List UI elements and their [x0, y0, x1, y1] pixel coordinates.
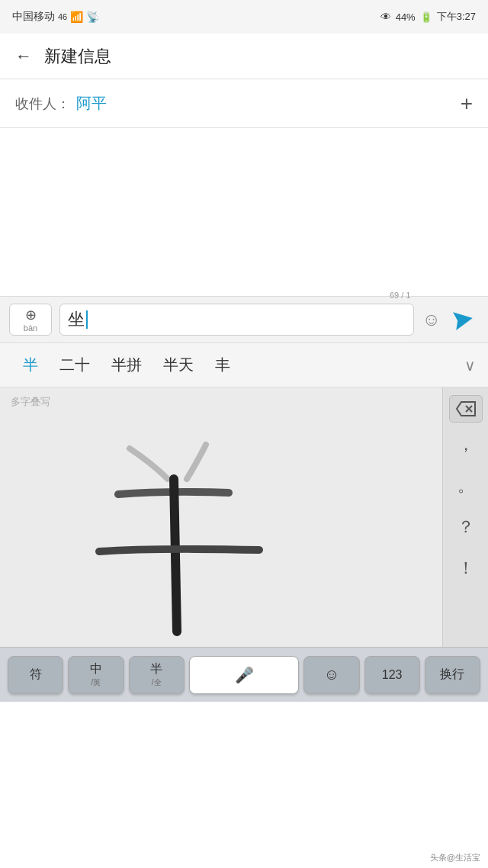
key-enter-label: 换行	[440, 667, 464, 683]
suggestion-item-2[interactable]: 半拼	[101, 350, 152, 380]
svg-marker-0	[453, 309, 474, 330]
punct-exclaim[interactable]: ！	[443, 549, 488, 587]
key-emoji-icon: ☺	[324, 666, 339, 683]
message-input[interactable]: 69 / 1 坐	[59, 304, 414, 336]
key-halfwidth[interactable]: 半 /全	[129, 656, 185, 694]
handwriting-canvas[interactable]: 多字叠写	[0, 387, 442, 647]
handwriting-area: 多字叠写 ， 。 ？ ！	[0, 387, 488, 647]
key-halfwidth-sub: /全	[152, 677, 162, 688]
battery-percent: 44%	[396, 11, 416, 23]
watermark: 头条@生活宝	[430, 852, 480, 863]
handwriting-icon: ⊕	[25, 307, 37, 323]
suggestion-item-1[interactable]: 二十	[49, 350, 101, 380]
status-bar: 中国移动 46 📶 📡 👁 44% 🔋 下午3:27	[0, 0, 488, 34]
punct-question[interactable]: ？	[443, 508, 488, 546]
suggestion-bar: 半 二十 半拼 半天 丰 ∨	[0, 343, 488, 387]
carrier-label: 中国移动	[12, 10, 55, 24]
hw-sidebar: ， 。 ？ ！	[442, 387, 488, 647]
key-123[interactable]: 123	[364, 656, 420, 694]
clock: 下午3:27	[437, 10, 476, 24]
recipient-name: 阿平	[76, 93, 461, 114]
key-halfwidth-main: 半	[150, 661, 162, 677]
char-count: 69 / 1	[390, 291, 411, 300]
wifi-icon: 📡	[86, 11, 99, 23]
send-icon	[450, 306, 477, 333]
header: ← 新建信息	[0, 34, 488, 79]
status-right: 👁 44% 🔋 下午3:27	[380, 10, 476, 24]
suggestion-item-4[interactable]: 丰	[204, 350, 241, 380]
handwriting-strokes	[0, 387, 442, 647]
key-lang-main: 中	[90, 661, 102, 677]
signal-level: 46	[58, 12, 67, 21]
suggestion-item-3[interactable]: 半天	[152, 350, 204, 380]
input-bar: ⊕ bàn 69 / 1 坐 ☺	[0, 296, 488, 343]
add-recipient-button[interactable]: +	[461, 92, 473, 116]
key-symbol[interactable]: 符	[8, 656, 63, 694]
key-lang[interactable]: 中 /英	[68, 656, 124, 694]
battery-icon: 🔋	[420, 11, 432, 23]
handwriting-toggle-button[interactable]: ⊕ bàn	[9, 304, 52, 336]
backspace-icon	[455, 400, 477, 417]
delete-button[interactable]	[449, 395, 483, 423]
message-area[interactable]	[0, 128, 488, 296]
emoji-button[interactable]: ☺	[422, 309, 441, 330]
key-lang-sub: /英	[91, 677, 101, 688]
key-enter[interactable]: 换行	[425, 656, 480, 694]
recipient-label: 收件人：	[15, 95, 70, 113]
send-button[interactable]	[448, 304, 479, 335]
key-symbol-label: 符	[30, 667, 42, 683]
input-cursor	[86, 310, 88, 329]
key-123-label: 123	[382, 668, 403, 682]
signal-icon: 📶	[70, 11, 83, 23]
punct-period[interactable]: 。	[443, 467, 488, 505]
key-emoji[interactable]: ☺	[303, 656, 359, 694]
page-title: 新建信息	[44, 45, 111, 68]
eye-icon: 👁	[380, 11, 391, 23]
suggestion-item-0[interactable]: 半	[12, 350, 49, 380]
punct-comma[interactable]: ，	[443, 426, 488, 464]
keyboard-bottom: 符 中 /英 半 /全 🎤 ☺ 123 换行	[0, 647, 488, 702]
handwriting-label: bàn	[24, 323, 37, 333]
mic-icon: 🎤	[235, 666, 254, 684]
input-text: 坐	[68, 308, 85, 331]
status-left: 中国移动 46 📶 📡	[12, 10, 99, 24]
recipient-row: 收件人： 阿平 +	[0, 79, 488, 128]
back-button[interactable]: ←	[15, 47, 32, 66]
expand-suggestions-button[interactable]: ∨	[464, 356, 476, 375]
svg-marker-1	[457, 402, 475, 416]
space-key[interactable]: 🎤	[189, 656, 300, 694]
